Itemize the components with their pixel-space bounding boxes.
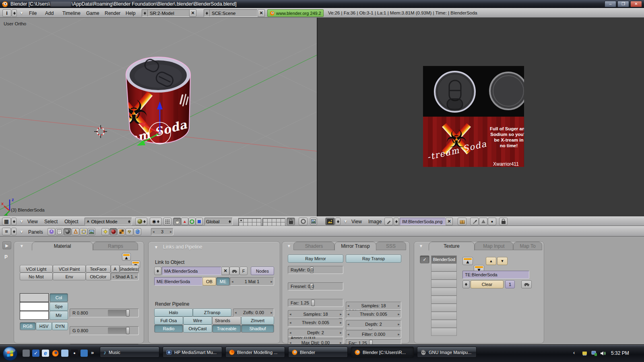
close-button[interactable]: ✕ — [630, 1, 642, 7]
alpha-toggle[interactable]: A — [111, 265, 120, 273]
quicklaunch-icon-5[interactable] — [61, 350, 68, 357]
taskbar-music[interactable]: ♪ Music — [100, 347, 159, 358]
tab-mirror-transp[interactable]: Mirror Transp — [334, 242, 376, 251]
firefox-icon[interactable] — [52, 350, 59, 357]
color-swatch-col[interactable] — [20, 293, 49, 302]
viewport-editor-dropdown[interactable] — [11, 218, 17, 225]
mesh-datablock-field[interactable]: ME:BlenderSoda — [154, 277, 202, 286]
taskbar-hp-mediasmart[interactable]: HP MediaSmart Mu... — [163, 347, 222, 358]
preview-panel-collapsed[interactable]: ▶ — [2, 241, 11, 249]
snap-button[interactable] — [163, 218, 171, 225]
menu-render[interactable]: Render — [105, 10, 120, 16]
viewport-collapse-icon[interactable]: ▼ — [19, 219, 24, 224]
header-collapse-icon[interactable]: ▼ — [19, 10, 24, 15]
texture-slot-8[interactable] — [431, 312, 457, 320]
copy-texture-button[interactable]: ▲ — [462, 257, 473, 265]
quicklaunch-icon-7[interactable] — [80, 350, 88, 357]
texture-browse-dropdown[interactable] — [462, 280, 470, 288]
script-context-button[interactable] — [56, 228, 63, 235]
fresnel-left-slider[interactable]: Fresnel: 0.0 — [288, 282, 343, 290]
menu-help[interactable]: Help — [126, 10, 136, 16]
screen-unlink-button[interactable]: ✕ — [189, 9, 196, 17]
screen-dropdown-icon[interactable] — [142, 10, 148, 16]
viewport-canvas[interactable]: ☣ am Soda — [0, 18, 318, 216]
soda-can-object[interactable]: ☣ am Soda — [114, 54, 190, 150]
menu-timeline[interactable]: Timeline — [62, 10, 80, 16]
image-lock-button[interactable] — [499, 218, 508, 225]
scene-dropdown-icon[interactable] — [204, 10, 210, 16]
image-unlink-button[interactable]: ✕ — [446, 218, 453, 225]
image-editor-icon[interactable] — [325, 218, 335, 225]
scene-unlink-button[interactable]: ✕ — [258, 9, 265, 17]
tab-shaders[interactable]: Shaders — [293, 242, 334, 250]
no-mist-toggle[interactable]: No Mist — [20, 273, 53, 280]
quicklaunch-icon-1[interactable] — [23, 350, 30, 357]
copy-material-button[interactable]: ▲ — [122, 253, 131, 261]
draw-dot-button[interactable]: ● — [488, 218, 496, 225]
wire-toggle[interactable]: Wire — [183, 317, 212, 325]
links-collapse-icon[interactable]: ▼ — [154, 245, 158, 249]
col-button[interactable]: Col — [50, 293, 68, 302]
material-browse-dropdown[interactable] — [154, 267, 161, 275]
tab-map-input[interactable]: Map Input — [475, 242, 513, 250]
dyn-button[interactable]: DYN — [52, 322, 68, 330]
tray-expand-chevron[interactable]: ‹ — [573, 350, 575, 356]
texture-slot-10[interactable] — [431, 328, 457, 336]
strands-button[interactable]: Strands — [212, 317, 241, 325]
clear-texture-button[interactable]: Clear — [471, 280, 504, 288]
zoffs-field[interactable]: Zoffs: 0.00 — [233, 309, 274, 317]
zinvert-toggle[interactable]: ZInvert — [241, 317, 274, 325]
vcol-light-toggle[interactable]: VCol Light — [20, 265, 53, 273]
texture-subcontext-button[interactable] — [118, 228, 125, 235]
g-slider[interactable]: G 0.800 — [70, 326, 139, 335]
mirror-collapse-icon[interactable]: ▼ — [287, 244, 291, 248]
quicklaunch-icon-2[interactable]: ✓ — [32, 350, 39, 357]
object-context-button[interactable] — [72, 228, 79, 235]
shad-a-field[interactable]: Shad A 1.00 — [111, 273, 139, 280]
thresh-left-field[interactable]: Thresh: 0.005 — [288, 319, 343, 327]
traceable-toggle[interactable]: Traceable — [212, 325, 241, 333]
menu-view-image[interactable]: View — [351, 219, 362, 224]
tab-map-to[interactable]: Map To — [513, 242, 542, 250]
texture-slot-2[interactable] — [431, 263, 457, 272]
ztransp-toggle[interactable]: ZTransp — [193, 309, 231, 317]
lock-layers-button[interactable] — [287, 218, 295, 225]
image-editor-collapse-icon[interactable]: ▼ — [343, 219, 348, 224]
ray-transp-toggle[interactable]: Ray Transp — [346, 255, 401, 263]
nodes-button[interactable]: Nodes — [251, 267, 274, 275]
world-subcontext-button[interactable] — [134, 228, 141, 235]
full-osa-toggle[interactable]: Full Osa — [154, 317, 183, 325]
clock[interactable]: 5:32 PM — [611, 350, 629, 356]
fac-left-slider[interactable]: Fac: 1.25 — [288, 299, 343, 307]
material-collapse-icon[interactable]: ▼ — [20, 244, 24, 248]
translate-manipulator-button[interactable]: ▲ — [181, 218, 188, 225]
buttons-editor-dropdown[interactable] — [11, 228, 17, 235]
ray-mirror-toggle[interactable]: Ray Mirror — [288, 255, 343, 263]
vcol-paint-toggle[interactable]: VCol Paint — [53, 265, 86, 273]
samples-right-field[interactable]: Samples: 18 — [346, 302, 401, 310]
image-datablock-field[interactable]: IM:BlenderSoda.png — [400, 218, 446, 225]
env-toggle[interactable]: Env — [53, 273, 86, 280]
tab-texture[interactable]: Texture — [429, 242, 475, 251]
texture-slot-1[interactable]: BlenderSod — [431, 255, 457, 263]
color-swatch-mir[interactable] — [20, 311, 49, 320]
texture-slot-5[interactable] — [431, 288, 457, 296]
image-browse-dropdown[interactable] — [394, 218, 399, 225]
rgb-button[interactable]: RGB — [20, 322, 36, 330]
texture-paint-button[interactable] — [470, 218, 479, 225]
logic-context-button[interactable] — [47, 228, 55, 235]
layer-buttons-group1[interactable] — [238, 218, 261, 226]
version-badge[interactable]: www.blender.org 249.2 — [267, 9, 324, 17]
material-unlink-button[interactable]: ✕ — [221, 267, 229, 275]
menu-view-3d[interactable]: View — [27, 219, 38, 224]
scene-selector[interactable]: SCE:Scene — [204, 9, 258, 17]
tab-ramps[interactable]: Ramps — [93, 242, 138, 250]
buttons-editor-icon[interactable]: ≡ — [2, 228, 11, 235]
texture-slot-4[interactable] — [431, 280, 457, 288]
taskbar-gimp[interactable]: GNU Image Manipu... — [417, 347, 477, 358]
pack-image-button[interactable] — [458, 218, 466, 225]
start-button[interactable] — [2, 346, 18, 361]
thresh-right-field[interactable]: Thresh: 0.005 — [346, 310, 401, 318]
internet-explorer-icon[interactable]: e — [42, 350, 49, 357]
texture-collapse-icon[interactable]: ▼ — [419, 244, 423, 248]
